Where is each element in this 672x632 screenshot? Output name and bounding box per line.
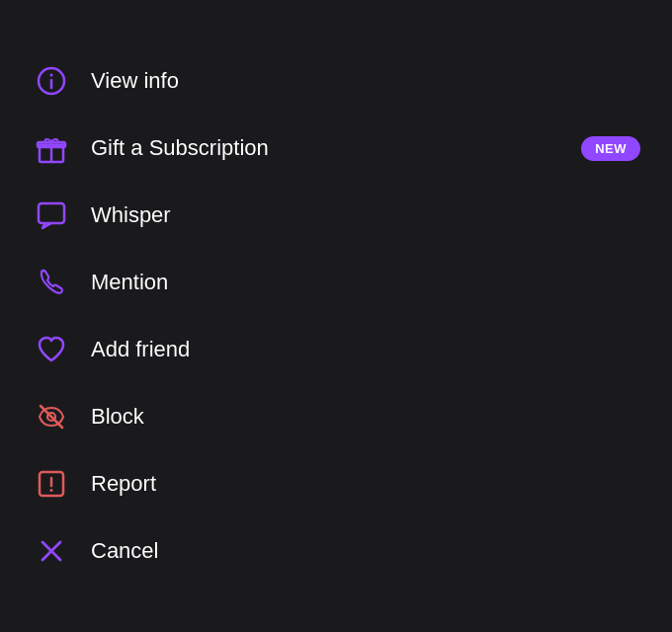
menu-item-whisper[interactable]: Whisper [0,182,672,249]
svg-point-12 [50,489,53,492]
menu-label-cancel: Cancel [91,538,158,564]
phone-icon [32,263,71,302]
menu-item-view-info[interactable]: View info [0,47,672,115]
menu-label-add-friend: Add friend [91,337,190,362]
report-icon [32,464,71,504]
heart-icon [32,330,71,369]
context-menu: View info Gift a Subscription NEW [0,38,672,594]
menu-label-view-info: View info [91,68,179,94]
menu-label-block: Block [91,404,144,430]
chat-icon [32,196,71,235]
svg-rect-7 [39,203,64,223]
menu-item-gift-subscription[interactable]: Gift a Subscription NEW [0,115,672,182]
gift-icon [32,128,71,168]
menu-item-cancel[interactable]: Cancel [0,517,672,585]
menu-label-mention: Mention [91,270,168,295]
svg-point-1 [50,74,53,77]
menu-label-whisper: Whisper [91,202,171,228]
menu-item-block[interactable]: Block [0,383,672,450]
x-icon [32,531,71,571]
info-circle-icon [32,61,71,101]
menu-item-add-friend[interactable]: Add friend [0,316,672,383]
menu-label-report: Report [91,471,156,497]
new-badge: NEW [581,136,640,161]
menu-item-mention[interactable]: Mention [0,249,672,316]
eye-slash-icon [32,397,71,436]
menu-item-report[interactable]: Report [0,450,672,517]
menu-label-gift-subscription: Gift a Subscription [91,135,269,161]
